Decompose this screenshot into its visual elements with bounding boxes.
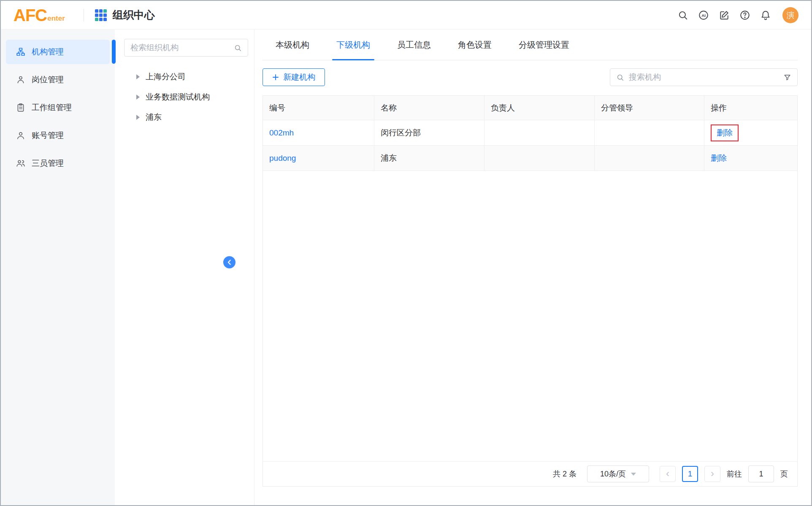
org-code-link[interactable]: pudong: [269, 154, 296, 163]
sidebar-item-label: 岗位管理: [32, 74, 64, 85]
pagination-bar: 共 2 条 10条/页 ‹ 1 › 前往 页: [263, 461, 797, 486]
search-icon: [616, 73, 624, 81]
help-icon[interactable]: [739, 10, 750, 21]
table-header-row: 编号 名称 负责人 分管领导 操作: [263, 96, 797, 120]
header-divider: [84, 9, 84, 22]
notification-bell-icon[interactable]: [760, 10, 771, 21]
column-header-code: 编号: [263, 96, 374, 120]
clipboard-icon: [16, 103, 25, 112]
page-size-value: 10条/页: [600, 469, 626, 479]
person-badge-icon: [16, 75, 25, 84]
logo-text-main: AFC: [14, 8, 47, 23]
apps-grid-icon[interactable]: [95, 9, 107, 21]
sidebar-active-indicator: [112, 40, 116, 64]
org-owner-cell: [484, 120, 595, 145]
goto-label: 前往: [727, 469, 742, 479]
afc-logo[interactable]: AFC enter: [14, 8, 65, 23]
plus-icon: [272, 74, 279, 81]
tab-current-level-org[interactable]: 本级机构: [275, 30, 310, 60]
tab-sub-level-org[interactable]: 下级机构: [336, 30, 371, 60]
user-icon: [16, 131, 25, 140]
caret-right-icon[interactable]: [136, 95, 140, 100]
chevron-left-icon: [227, 260, 232, 265]
chevron-down-icon: [631, 473, 636, 476]
tree-search-input[interactable]: [130, 43, 234, 52]
tree-node-business-data-test-org[interactable]: 业务数据测试机构: [115, 87, 254, 107]
sidebar-item-label: 工作组管理: [32, 102, 72, 113]
org-search-box: [610, 68, 798, 86]
tab-hierarchical-management-settings[interactable]: 分级管理设置: [518, 30, 570, 60]
tab-employee-info[interactable]: 员工信息: [396, 30, 432, 60]
column-header-leader: 分管领导: [595, 96, 704, 120]
top-header: AFC enter 组织中心 AI: [1, 1, 811, 30]
logo-text-sub: enter: [47, 15, 65, 23]
search-icon[interactable]: [677, 10, 688, 21]
sidebar-item-label: 三员管理: [32, 158, 64, 169]
app-window: AFC enter 组织中心 AI: [0, 0, 812, 506]
toolbar: 新建机构: [263, 68, 798, 86]
org-leader-cell: [595, 120, 704, 145]
tree-node-label: 浦东: [146, 112, 162, 123]
goto-page-input[interactable]: [748, 465, 774, 482]
svg-text:AI: AI: [701, 13, 706, 17]
org-search-input[interactable]: [629, 73, 779, 82]
ai-assistant-icon[interactable]: AI: [698, 10, 709, 21]
org-code-link[interactable]: 002mh: [269, 128, 294, 138]
filter-funnel-icon[interactable]: [783, 73, 791, 81]
main-content: 本级机构 下级机构 员工信息 角色设置 分级管理设置 新建机构: [254, 30, 811, 505]
create-org-button-label: 新建机构: [283, 72, 315, 83]
tree-node-list: 上海分公司 业务数据测试机构 浦东: [115, 57, 254, 127]
sidebar-item-workgroup-management[interactable]: 工作组管理: [6, 95, 110, 120]
delete-highlight-box: 删除: [711, 124, 739, 141]
sidebar-item-label: 机构管理: [32, 46, 64, 57]
org-table-card: 编号 名称 负责人 分管领导 操作 002mh 闵行区分部 删除: [263, 95, 798, 487]
next-page-button[interactable]: ›: [704, 466, 720, 482]
sidebar-nav: 机构管理 岗位管理 工作组管理 账号管理: [1, 30, 115, 505]
header-actions: AI 演: [677, 7, 798, 23]
org-name-cell: 浦东: [374, 146, 484, 170]
org-owner-cell: [484, 146, 595, 170]
sidebar-item-three-admins-management[interactable]: 三员管理: [6, 151, 110, 176]
tree-node-label: 上海分公司: [146, 71, 186, 82]
tree-node-label: 业务数据测试机构: [146, 92, 210, 103]
tab-bar: 本级机构 下级机构 员工信息 角色设置 分级管理设置: [263, 30, 798, 60]
column-header-actions: 操作: [704, 96, 797, 120]
org-chart-icon: [16, 47, 25, 57]
page-title: 组织中心: [113, 8, 155, 22]
org-name-cell: 闵行区分部: [374, 120, 484, 145]
collapse-panel-button[interactable]: [223, 256, 235, 268]
delete-link[interactable]: 删除: [711, 153, 727, 164]
total-count-label: 共 2 条: [553, 469, 577, 479]
delete-link[interactable]: 删除: [717, 127, 733, 138]
org-leader-cell: [595, 146, 704, 170]
page-size-select[interactable]: 10条/页: [587, 465, 649, 482]
tab-role-settings[interactable]: 角色设置: [457, 30, 493, 60]
caret-right-icon[interactable]: [136, 115, 140, 120]
sidebar-item-label: 账号管理: [32, 130, 64, 141]
tree-search-box: [124, 39, 248, 57]
body-layout: 机构管理 岗位管理 工作组管理 账号管理: [1, 30, 811, 505]
org-tree-panel: 上海分公司 业务数据测试机构 浦东: [115, 30, 254, 505]
sidebar-item-position-management[interactable]: 岗位管理: [6, 68, 110, 92]
tree-node-pudong[interactable]: 浦东: [115, 107, 254, 127]
sidebar-item-account-management[interactable]: 账号管理: [6, 123, 110, 148]
tree-node-shanghai-branch[interactable]: 上海分公司: [115, 67, 254, 87]
sidebar-item-org-management[interactable]: 机构管理: [6, 40, 110, 64]
column-header-owner: 负责人: [484, 96, 595, 120]
user-avatar[interactable]: 演: [782, 7, 798, 23]
create-org-button[interactable]: 新建机构: [263, 68, 325, 86]
table-empty-space: [263, 171, 797, 461]
page-unit-label: 页: [780, 469, 788, 479]
users-group-icon: [16, 159, 25, 168]
column-header-name: 名称: [374, 96, 484, 120]
table-row: 002mh 闵行区分部 删除: [263, 120, 797, 146]
caret-right-icon[interactable]: [136, 74, 140, 79]
search-icon[interactable]: [234, 44, 242, 52]
compose-icon[interactable]: [719, 10, 730, 21]
table-row: pudong 浦东 删除: [263, 146, 797, 171]
current-page-button[interactable]: 1: [682, 466, 698, 482]
prev-page-button[interactable]: ‹: [660, 466, 676, 482]
